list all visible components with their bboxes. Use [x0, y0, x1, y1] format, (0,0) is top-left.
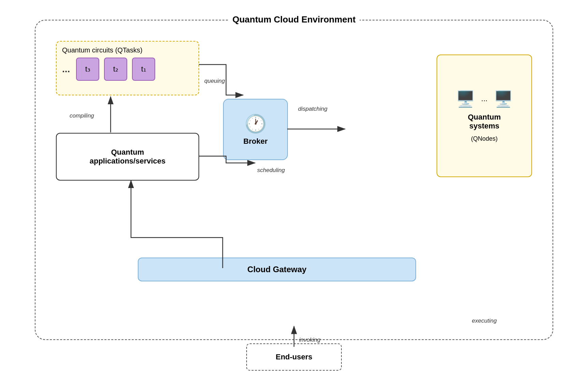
queuing-label: queuing — [204, 78, 225, 84]
qs-title: Quantumsystems — [468, 113, 501, 130]
quantum-circuits-box: Quantum circuits (QTasks) ... t₃ t₂ t₁ — [56, 41, 199, 95]
quantum-cloud-env: Quantum Cloud Environment Quantum circui… — [35, 20, 553, 340]
compiling-label: compiling — [70, 112, 94, 119]
task-t1: t₁ — [132, 58, 155, 81]
cloud-env-title: Quantum Cloud Environment — [228, 14, 359, 25]
quantum-apps-box: Quantumapplications/services — [56, 133, 199, 181]
task-t2: t₂ — [104, 58, 127, 81]
end-users-title: End-users — [276, 353, 312, 361]
dispatching-label: dispatching — [298, 106, 327, 112]
quantum-system-icons: 🖥️ ... 🖥️ — [456, 90, 513, 108]
broker-title: Broker — [244, 137, 268, 146]
broker-icon: 🕐 — [245, 113, 267, 134]
task-dots: ... — [62, 64, 70, 75]
end-users-box: End-users — [246, 343, 342, 371]
cloud-gateway-title: Cloud Gateway — [247, 265, 306, 274]
diagram-wrapper: Quantum Cloud Environment Quantum circui… — [21, 13, 567, 374]
task-t3: t₃ — [76, 58, 99, 81]
quantum-systems-box: 🖥️ ... 🖥️ Quantumsystems (QNodes) — [437, 55, 532, 177]
qs-subtitle: (QNodes) — [471, 135, 498, 142]
cloud-gateway-box: Cloud Gateway — [138, 258, 416, 281]
qnode-icon-2: 🖥️ — [494, 90, 513, 108]
task-row: ... t₃ t₂ t₁ — [62, 58, 193, 81]
qa-title: Quantumapplications/services — [90, 148, 166, 166]
executing-label: executing — [437, 318, 532, 324]
broker-box: 🕐 Broker — [223, 99, 288, 160]
qnode-dots: ... — [481, 94, 487, 103]
qnode-icon-1: 🖥️ — [456, 90, 475, 108]
scheduling-label: scheduling — [257, 167, 285, 174]
circuits-title: Quantum circuits (QTasks) — [62, 46, 193, 54]
